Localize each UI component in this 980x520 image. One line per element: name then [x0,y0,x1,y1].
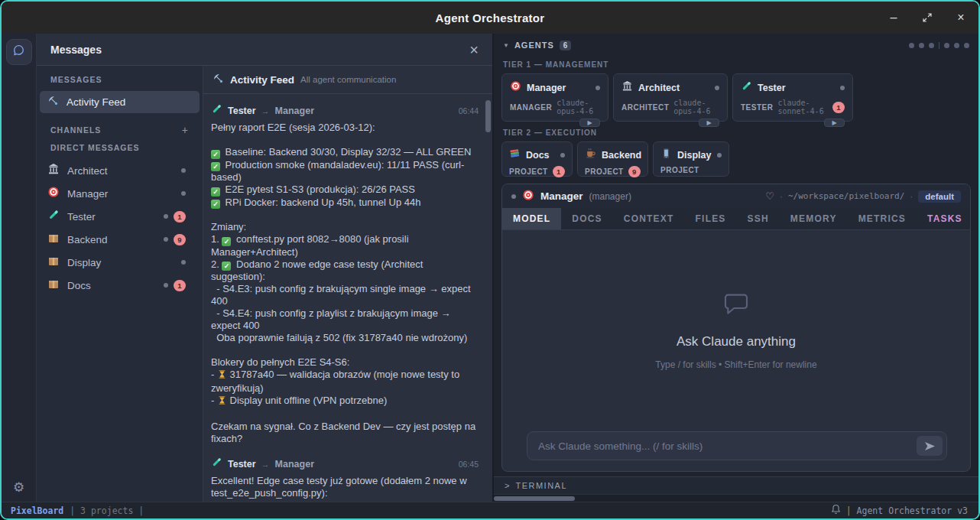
activity-feed-messages[interactable]: Tester→Manager06:44Pełny raport E2E (ses… [203,94,492,502]
unread-badge: 1 [832,102,845,113]
tab-context[interactable]: CONTEXT [613,208,685,229]
agent-card-model: claude-sonnet-4-6 [777,99,828,115]
agent-role: (manager) [589,191,631,202]
empty-state-hint: Type / for skills • Shift+Enter for newl… [655,359,816,370]
agent-card-role: ARCHITECT [621,103,669,112]
terminal-toggle[interactable]: > TERMINAL [494,476,978,495]
message-to: Manager [275,459,314,470]
target-icon [522,189,534,204]
close-icon[interactable]: × [954,11,968,24]
message-time: 06:44 [459,106,479,115]
messages-rail-button[interactable] [6,39,32,65]
agent-detail-body: Ask Claude anything Type / for skills • … [502,230,970,471]
status-dot [181,191,186,196]
check-icon: ✓ [222,237,231,246]
feed-scrollbar[interactable] [485,100,491,132]
agent-card-name: Docs [526,150,550,161]
agents-label: AGENTS [514,41,554,50]
play-button[interactable]: ▶ [579,119,600,127]
bell-icon[interactable] [831,504,841,517]
agent-card-name: Architect [638,83,680,93]
agent-card-docs[interactable]: DocsPROJECT1 [501,141,573,177]
agent-card-role: PROJECT [585,167,624,176]
tab-docs[interactable]: DOCS [561,208,612,229]
agent-card-display[interactable]: DisplayPROJECT [653,141,729,177]
dm-label: Tester [67,211,96,223]
sidebar-item-activity-feed[interactable]: Activity Feed [40,91,200,113]
titlebar: Agent Orchestrator – × [2,2,978,34]
test-tube-icon [47,209,60,224]
check-icon: ✓ [211,200,220,209]
chevron-down-icon[interactable]: ▼ [503,42,509,49]
horizontal-scrollbar[interactable] [494,495,978,502]
test-tube-icon [211,457,222,471]
agents-header-dots [909,42,969,49]
status-dot [164,214,168,219]
empty-chat-state: Ask Claude anything Type / for skills • … [502,230,970,431]
sidebar-item-backend[interactable]: Backend9 [37,228,203,251]
sidebar-item-manager[interactable]: Manager [37,182,203,205]
app-body: ⚙ Messages × MESSAGES Activity Feed CHAN… [2,34,978,502]
coffee-icon [585,148,596,162]
check-icon: ✓ [222,262,231,271]
agent-card-model: claude-opus-4-6 [673,99,719,115]
messages-panel-header: Messages × [37,34,492,66]
agent-detail-header: Manager (manager) ♡ · ~/workspace/pixelb… [502,184,970,208]
direct-messages-list: ArchitectManagerTester1Backend9DisplayDo… [37,159,203,297]
books-icon [509,148,521,162]
check-icon: ✓ [211,150,220,159]
play-button[interactable]: ▶ [824,119,845,127]
profile-badge[interactable]: default [918,190,961,203]
unread-badge: 1 [553,166,565,177]
tab-files[interactable]: FILES [685,208,737,229]
agent-card-backend[interactable]: BackendPROJECT9 [577,141,648,177]
sidebar-item-docs[interactable]: Docs1 [37,274,203,297]
channels-section-label: CHANNELS + [37,124,203,136]
status-dot [181,168,186,173]
message-from: Tester [228,106,256,116]
tab-model[interactable]: MODEL [502,208,561,229]
settings-gear-icon[interactable]: ⚙ [13,481,24,494]
heart-icon[interactable]: ♡ [765,190,774,202]
ask-input-wrapper [527,431,947,460]
messages-panel-title: Messages [50,44,102,56]
target-icon [510,80,521,95]
arrow-icon: → [261,460,270,469]
send-button[interactable] [917,436,943,456]
target-icon [47,186,60,201]
tab-metrics[interactable]: METRICS [848,208,917,229]
sidebar-item-display[interactable]: Display [37,251,203,274]
tier2-label: TIER 2 — EXECUTION [503,128,969,137]
tab-tasks[interactable]: TASKS [917,208,971,229]
tab-memory[interactable]: MEMORY [780,208,848,229]
maximize-icon[interactable] [920,11,934,24]
add-channel-button[interactable]: + [182,124,189,136]
test-tube-icon [211,103,222,118]
tab-ssh[interactable]: SSH [737,208,780,229]
agent-name: Manager [540,190,583,202]
minimize-icon[interactable]: – [887,11,900,24]
dm-label: Display [67,257,101,268]
hourglass-icon [218,395,226,408]
play-button[interactable]: ▶ [699,119,719,127]
projects-count: | 3 projects | [70,505,144,516]
unread-badge: 1 [174,211,186,223]
package-icon [47,278,60,293]
package-icon [47,255,60,270]
messages-section-label: MESSAGES [37,75,203,84]
tier1-cards: ManagerMANAGERclaude-opus-4-6▶ArchitectA… [501,73,971,122]
hourglass-icon [218,369,226,382]
agent-card-manager[interactable]: ManagerMANAGERclaude-opus-4-6▶ [501,73,608,122]
feed-message: Tester→Manager06:45Excellent! Edge case … [211,457,479,502]
close-messages-icon[interactable]: × [469,42,479,57]
status-dot [164,283,168,288]
ask-claude-input[interactable] [527,432,946,460]
sidebar-item-tester[interactable]: Tester1 [37,205,203,228]
feed-message: Tester→Manager06:44Pełny raport E2E (ses… [211,103,479,445]
agent-card-architect[interactable]: ArchitectARCHITECTclaude-opus-4-6▶ [613,73,728,122]
left-rail: ⚙ [2,34,37,502]
agent-card-tester[interactable]: TesterTESTERclaude-sonnet-4-61▶ [732,73,853,122]
satellite-icon [47,95,59,109]
sidebar-item-architect[interactable]: Architect [37,159,203,182]
horizontal-scrollbar-thumb[interactable] [494,496,575,501]
